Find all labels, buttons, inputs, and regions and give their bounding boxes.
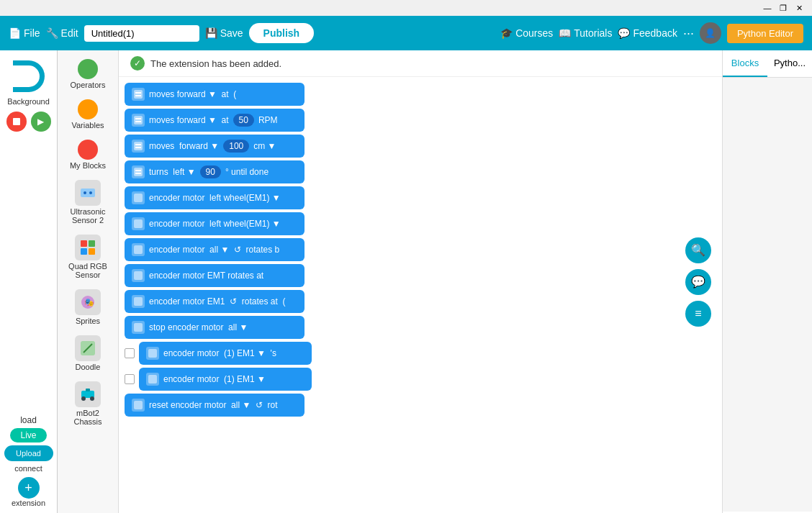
svg-rect-29 bbox=[134, 245, 143, 254]
tab-blocks[interactable]: Blocks bbox=[723, 50, 767, 77]
comment-floating-button[interactable]: 💬 bbox=[685, 269, 711, 295]
nav-tutorials[interactable]: 📖 Tutorials bbox=[559, 27, 612, 39]
svg-rect-19 bbox=[135, 118, 141, 119]
block-encoder-motor-all-rotates[interactable]: encoder motor all ▼ ↺ rotates b bbox=[125, 238, 304, 261]
svg-rect-0 bbox=[81, 189, 95, 197]
motion-icon bbox=[132, 191, 145, 204]
menu-floating-button[interactable]: ≡ bbox=[685, 301, 711, 327]
svg-rect-18 bbox=[134, 116, 143, 124]
svg-rect-3 bbox=[81, 240, 87, 247]
block-row: encoder motor (1) EM1 ▼ bbox=[125, 368, 806, 391]
doodle-label: Doodle bbox=[76, 363, 101, 371]
motion-icon bbox=[132, 140, 145, 153]
block-moves-forward-cm[interactable]: moves forward ▼ 100 cm ▼ bbox=[125, 135, 304, 158]
block-value-90[interactable]: 90 bbox=[200, 165, 221, 178]
block-checkbox-12[interactable] bbox=[125, 374, 135, 384]
sidebar-item-ultrasonic[interactable]: Ultrasonic Sensor 2 bbox=[62, 177, 114, 227]
load-button[interactable]: load bbox=[20, 415, 37, 425]
extension-label: extension bbox=[12, 499, 45, 507]
svg-point-1 bbox=[84, 191, 86, 194]
right-tabs: Blocks Pytho... bbox=[723, 50, 812, 78]
block-encoder-motor-em1-rotates[interactable]: encoder motor EM1 ↺ rotates at ( bbox=[125, 290, 304, 313]
extension-button[interactable]: + extension bbox=[12, 477, 45, 507]
variables-circle bbox=[78, 99, 98, 119]
publish-button[interactable]: Publish bbox=[249, 23, 315, 43]
svg-point-12 bbox=[81, 396, 86, 401]
save-button[interactable]: 💾 Save bbox=[205, 27, 243, 39]
block-stop-encoder-motor[interactable]: stop encoder motor all ▼ bbox=[125, 316, 304, 339]
connect-label[interactable]: connect bbox=[14, 464, 42, 473]
block-value-50[interactable]: 50 bbox=[233, 114, 254, 127]
block-turns-left[interactable]: turns left ▼ 90 ° until done bbox=[125, 160, 304, 183]
user-avatar[interactable]: 👤 bbox=[700, 22, 721, 44]
menu-icon: ≡ bbox=[695, 307, 701, 320]
block-text: encoder motor (1) EM1 ▼ bbox=[163, 374, 266, 384]
block-text: encoder motor all ▼ ↺ rotates b bbox=[149, 245, 279, 255]
upload-button[interactable]: Upload bbox=[4, 445, 53, 461]
svg-rect-14 bbox=[86, 389, 90, 391]
sidebar-item-mbot2[interactable]: mBot2 Chassis bbox=[62, 378, 114, 429]
block-moves-forward-at-partial[interactable]: moves forward ▼ at ( bbox=[125, 83, 304, 106]
block-encoder-motor-emt[interactable]: encoder motor EMT rotates at bbox=[125, 264, 304, 287]
motion-icon bbox=[132, 114, 145, 127]
edit-icon: 🔧 bbox=[46, 27, 58, 39]
block-reset-encoder-motor[interactable]: reset encoder motor all ▼ ↺ rot bbox=[125, 394, 304, 417]
stop-button[interactable] bbox=[6, 112, 27, 132]
sidebar-item-operators[interactable]: Operators bbox=[62, 56, 114, 92]
sidebar-item-quad-rgb[interactable]: Quad RGB Sensor bbox=[62, 232, 114, 282]
comment-icon: 💬 bbox=[691, 275, 705, 289]
close-button[interactable]: ✕ bbox=[792, 1, 806, 15]
floating-action-buttons: 🔍 💬 ≡ bbox=[685, 237, 711, 327]
block-text-part2: ° until done bbox=[225, 167, 269, 177]
block-encoder-motor-lw1[interactable]: encoder motor left wheel(EM1) ▼ bbox=[125, 186, 304, 209]
minimize-button[interactable]: — bbox=[760, 1, 775, 15]
svg-rect-35 bbox=[134, 401, 143, 409]
svg-point-2 bbox=[89, 191, 92, 194]
motion-icon bbox=[132, 217, 145, 230]
quad-rgb-icon bbox=[75, 235, 101, 260]
project-title-input[interactable] bbox=[84, 25, 199, 42]
svg-rect-5 bbox=[81, 248, 87, 255]
block-text: encoder motor (1) EM1 ▼ 's bbox=[163, 348, 276, 358]
block-text: encoder motor left wheel(EM1) ▼ bbox=[149, 219, 281, 229]
nav-feedback[interactable]: 💬 Feedback bbox=[618, 27, 677, 39]
motion-icon bbox=[132, 399, 145, 412]
courses-icon: 🎓 bbox=[500, 27, 513, 39]
nav-more-button[interactable]: ··· bbox=[683, 26, 694, 41]
motion-icon bbox=[132, 321, 145, 334]
block-text-part1: moves forward ▼ at bbox=[149, 115, 229, 125]
motion-icon bbox=[146, 373, 159, 386]
search-floating-button[interactable]: 🔍 bbox=[685, 237, 711, 263]
svg-rect-31 bbox=[134, 297, 143, 306]
block-checkbox-11[interactable] bbox=[125, 348, 135, 358]
restore-button[interactable]: ❐ bbox=[776, 1, 790, 15]
block-encoder-motor-lw2[interactable]: encoder motor left wheel(EM1) ▼ bbox=[125, 212, 304, 235]
block-row: moves forward ▼ at 50 RPM bbox=[125, 109, 806, 132]
block-text: encoder motor EM1 ↺ rotates at ( bbox=[149, 296, 285, 307]
block-row: turns left ▼ 90 ° until done bbox=[125, 160, 806, 183]
tutorials-icon: 📖 bbox=[559, 27, 571, 39]
block-row: moves forward ▼ at ( bbox=[125, 83, 806, 106]
main-layout: Background ▶ load Live Upload connect + … bbox=[0, 50, 812, 513]
category-panel: Operators Variables My Blocks Ultrasonic… bbox=[58, 50, 119, 513]
live-button[interactable]: Live bbox=[10, 428, 46, 442]
nav-file-menu[interactable]: 📄 File bbox=[9, 27, 40, 39]
block-moves-forward-rpm[interactable]: moves forward ▼ at 50 RPM bbox=[125, 109, 304, 132]
block-text: reset encoder motor all ▼ ↺ rot bbox=[149, 400, 278, 410]
operators-label: Operators bbox=[71, 81, 106, 89]
sidebar-item-my-blocks[interactable]: My Blocks bbox=[62, 137, 114, 173]
sidebar-item-variables[interactable]: Variables bbox=[62, 96, 114, 132]
nav-courses[interactable]: 🎓 Courses bbox=[500, 27, 553, 39]
block-encoder-motor-1-em1-s[interactable]: encoder motor (1) EM1 ▼ 's bbox=[139, 342, 312, 365]
sidebar-item-sprites[interactable]: 🎭 Sprites bbox=[62, 286, 114, 328]
block-text: stop encoder motor all ▼ bbox=[149, 322, 248, 332]
nav-edit-menu[interactable]: 🔧 Edit bbox=[46, 27, 78, 39]
python-editor-button[interactable]: Python Editor bbox=[727, 24, 803, 43]
tab-python[interactable]: Pytho... bbox=[767, 50, 812, 77]
block-text-part2: RPM bbox=[258, 115, 278, 125]
right-panel: Blocks Pytho... bbox=[722, 50, 812, 513]
block-encoder-motor-1-em1[interactable]: encoder motor (1) EM1 ▼ bbox=[139, 368, 312, 391]
sidebar-item-doodle[interactable]: Doodle bbox=[62, 332, 114, 374]
play-button[interactable]: ▶ bbox=[31, 112, 51, 132]
block-value-100[interactable]: 100 bbox=[223, 140, 249, 153]
